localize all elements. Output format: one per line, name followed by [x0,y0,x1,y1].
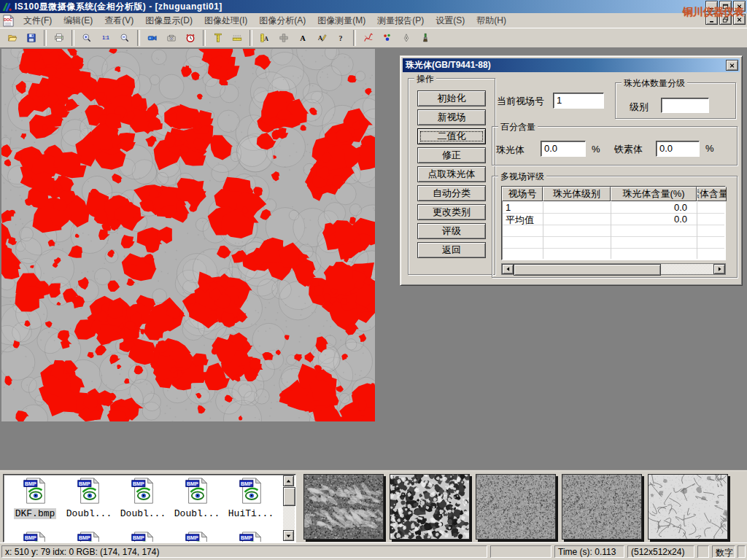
current-field-input[interactable]: 1 [553,93,604,109]
table-rows: 10.0平均值0.0 [503,202,724,259]
file-item[interactable]: BMPDoubl... [170,478,224,519]
file-item[interactable]: BMPDoubl... [116,478,170,519]
workspace: 珠光体(GB/T9441-88) 操作 初始化新视场二值化修正点取珠光体自动分类… [0,48,747,470]
thumb-fine-speckle-2[interactable] [562,474,642,540]
status-bar: x: 510 y: 79 idx: 0 RGB: (174, 174, 174)… [0,542,747,560]
measure-text-icon[interactable]: A [255,29,274,47]
pearlite-percent-input[interactable]: 0.0 [541,141,586,157]
svg-text:BMP: BMP [241,535,252,541]
scroll-down-button[interactable] [283,530,294,541]
count-points-icon[interactable] [378,29,397,47]
menu-item[interactable]: 图像处理(I) [198,13,253,28]
file-item-clipped[interactable]: BMP [8,532,62,542]
svg-text:BMP: BMP [187,535,198,541]
video-camera-icon[interactable] [143,29,162,47]
table-column-header[interactable]: 珠光体含量(%) [611,187,697,201]
table-row[interactable]: 平均值0.0 [503,214,724,225]
percent-group-label: 百分含量 [498,121,538,133]
scroll-right-button[interactable] [713,264,725,274]
brush-icon[interactable] [416,29,435,47]
ruler-icon[interactable] [228,29,247,47]
op-button-返回[interactable]: 返回 [417,242,486,258]
menu-item[interactable]: 设置(S) [430,13,471,28]
file-item[interactable]: BMPDoubl... [62,478,116,519]
thumb-dark-etched[interactable] [303,474,384,540]
toolbar-separator [44,30,47,46]
op-button-新视场[interactable]: 新视场 [417,109,486,125]
menu-item[interactable]: 图像分析(A) [253,13,311,28]
bmp-file-icon: BMP [116,478,170,508]
menu-item[interactable]: 查看(V) [98,13,139,28]
thumb-fine-speckle[interactable] [476,474,556,540]
svg-text:A: A [300,34,306,42]
thumb-high-contrast[interactable] [390,474,470,540]
op-button-点取珠光体[interactable]: 点取珠光体 [417,166,486,182]
table-cell: 0.0 [611,202,697,214]
table-column-header[interactable]: 视场号 [502,187,543,201]
op-button-二值化[interactable]: 二值化 [417,128,486,144]
help-icon[interactable]: ? [331,29,350,47]
pen-icon[interactable] [397,29,416,47]
toolbar-separator [203,30,206,46]
text-edit-icon[interactable]: A [312,29,331,47]
bmp-file-icon: BMP [170,478,224,508]
table-column-header[interactable]: 铁素体含量(%) [697,187,727,201]
menu-item[interactable]: 测量报告(P) [371,13,430,28]
text-icon[interactable]: A [293,29,312,47]
menu-item[interactable]: 文件(F) [18,13,58,28]
caliper-icon[interactable] [209,29,228,47]
scrollbar-thumb[interactable] [514,264,661,276]
op-button-自动分类[interactable]: 自动分类 [417,185,486,201]
actual-size-icon[interactable]: 1:1 [96,29,115,47]
camera-icon[interactable] [162,29,181,47]
print-icon[interactable] [50,29,69,47]
file-list: BMPDKF.bmpBMPDoubl...BMPDoubl...BMPDoubl… [3,474,296,542]
status-position: x: 510 y: 79 idx: 0 RGB: (174, 174, 174) [1,545,487,558]
pearlite-dialog: 珠光体(GB/T9441-88) 操作 初始化新视场二值化修正点取珠光体自动分类… [400,55,743,286]
op-button-评级[interactable]: 评级 [417,223,486,239]
menu-item[interactable]: 编辑(E) [58,13,98,28]
file-item-clipped[interactable]: BMP [170,532,224,542]
scrollbar-thumb[interactable] [283,487,295,506]
dialog-close-button[interactable] [726,60,738,71]
table-column-header[interactable]: 珠光体级别 [543,187,611,201]
menu-bar: DOC 文件(F)编辑(E)查看(V)图像显示(D)图像处理(I)图像分析(A)… [0,13,747,28]
multi-field-table[interactable]: 视场号珠光体级别珠光体含量(%)铁素体含量(%) 10.0平均值0.0 [501,186,726,260]
status-empty-3 [738,545,746,558]
status-empty-1 [490,545,551,558]
op-button-修正[interactable]: 修正 [417,147,486,163]
menu-item[interactable]: 图像显示(D) [139,13,198,28]
micrograph-image[interactable] [1,49,375,421]
bmp-file-icon: BMP [62,478,116,508]
grid-icon[interactable] [274,29,293,47]
open-icon[interactable] [3,29,22,47]
file-item-clipped[interactable]: BMP [224,532,278,542]
table-horizontal-scrollbar[interactable] [501,263,726,275]
op-button-更改类别[interactable]: 更改类别 [417,204,486,220]
app-logo-icon [1,1,12,12]
table-row[interactable]: 10.0 [503,202,724,214]
timer-icon[interactable] [181,29,200,47]
zoom-out-icon[interactable] [115,29,134,47]
menu-item[interactable]: 图像测量(M) [311,13,371,28]
zoom-in-icon[interactable] [77,29,96,47]
file-item[interactable]: BMPDKF.bmp [8,478,62,519]
dialog-title-bar[interactable]: 珠光体(GB/T9441-88) [403,58,740,72]
thumb-light-lamellar[interactable] [648,474,728,540]
bmp-file-icon: BMP [8,478,62,508]
file-item[interactable]: BMPHuiTi... [224,478,278,519]
grading-group-label: 珠光体数量分级 [622,77,687,90]
op-button-初始化[interactable]: 初始化 [417,90,486,106]
file-item-clipped[interactable]: BMP [62,532,116,542]
level-input[interactable] [661,98,709,113]
scroll-up-button[interactable] [283,475,294,486]
curve-icon[interactable] [359,29,378,47]
scroll-left-button[interactable] [502,264,514,274]
file-list-scrollbar[interactable] [283,475,295,541]
status-empty-2 [697,545,709,558]
save-icon[interactable] [22,29,41,47]
menu-item[interactable]: 帮助(H) [471,13,512,28]
file-item-clipped[interactable]: BMP [116,532,170,542]
ferrite-percent-input[interactable]: 0.0 [656,141,700,157]
toolbar: 1:1AAA? [0,28,747,48]
